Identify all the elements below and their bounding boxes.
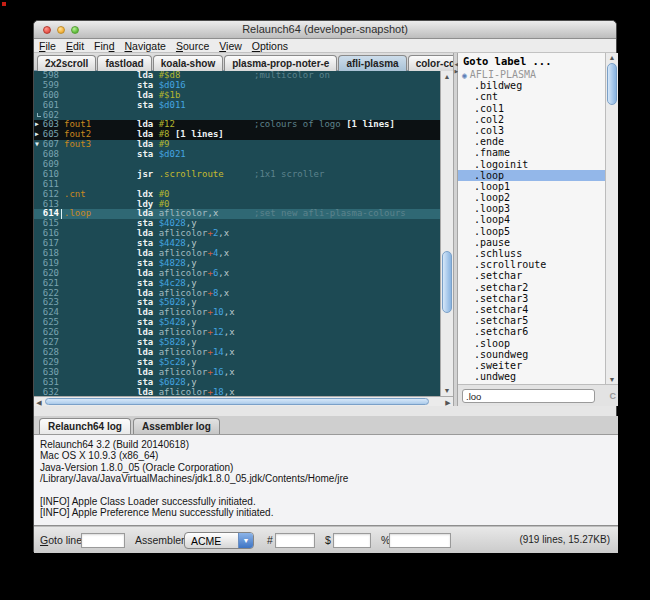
label-item[interactable]: .undweg: [458, 371, 605, 382]
label-item[interactable]: .setchar6: [458, 326, 605, 337]
decimal-input[interactable]: [275, 533, 315, 548]
code-line[interactable]: 609: [34, 160, 440, 170]
scroll-left-icon[interactable]: ◀: [34, 398, 44, 407]
log-output[interactable]: Relaunch64 3.2 (Build 20140618)Mac OS X …: [34, 434, 618, 525]
label-item[interactable]: .col2: [458, 114, 605, 125]
log-tab-relaunch64-log[interactable]: Relaunch64 log: [39, 418, 131, 434]
code-line[interactable]: 611: [34, 180, 440, 190]
code-line[interactable]: ▶603fout1lda #12;colours of logo [1 line…: [34, 120, 440, 130]
menu-navigate[interactable]: Navigate: [119, 39, 170, 53]
label-item[interactable]: .loop5: [458, 226, 605, 237]
menu-options[interactable]: Options: [247, 39, 293, 53]
code-line[interactable]: 622lda aflicolor+8,x: [34, 289, 440, 299]
tab-koala-show[interactable]: koala-show: [153, 55, 223, 71]
code-line[interactable]: 616lda aflicolor+2,x: [34, 229, 440, 239]
clear-filter-button[interactable]: C: [610, 391, 617, 401]
code-line[interactable]: 625sta $5428,y: [34, 318, 440, 328]
menu-source[interactable]: Source: [171, 39, 214, 53]
label-item[interactable]: .setchar3: [458, 293, 605, 304]
label-item[interactable]: .schluss: [458, 248, 605, 259]
label-item[interactable]: .ende: [458, 136, 605, 147]
label-item[interactable]: .col1: [458, 103, 605, 114]
editor-horizontal-scrollbar[interactable]: ◀ ▶: [34, 396, 453, 406]
label-item[interactable]: .loop3: [458, 203, 605, 214]
fold-expanded-icon[interactable]: ▼: [35, 140, 39, 150]
tab-2x2scroll[interactable]: 2x2scroll: [37, 55, 96, 71]
code-line[interactable]: 601sta $d011: [34, 101, 440, 111]
code-line[interactable]: ▼607fout3lda #9: [34, 140, 440, 150]
tab-fastload[interactable]: fastload: [97, 55, 151, 71]
label-item[interactable]: .fname: [458, 147, 605, 158]
code-line[interactable]: 628lda aflicolor+14,x: [34, 348, 440, 358]
goto-line-input[interactable]: [81, 533, 125, 548]
label-item[interactable]: .sweiter: [458, 360, 605, 371]
label-item[interactable]: .setchar: [458, 270, 605, 281]
label-item[interactable]: .logoinit: [458, 159, 605, 170]
code-line[interactable]: 614.looplda aflicolor,x;set new afli-pla…: [34, 209, 440, 219]
editor-hscroll-thumb[interactable]: [45, 398, 429, 405]
label-item[interactable]: .cnt: [458, 91, 605, 102]
label-item[interactable]: .bildweg: [458, 80, 605, 91]
scroll-up-icon[interactable]: ▲: [441, 72, 453, 81]
menu-find[interactable]: Find: [89, 39, 119, 53]
fold-collapsed-icon[interactable]: ▶: [35, 130, 39, 140]
label-item[interactable]: .setchar2: [458, 282, 605, 293]
label-item[interactable]: .setchar4: [458, 304, 605, 315]
assembler-select[interactable]: ACME ▼: [184, 532, 254, 549]
label-item[interactable]: .scrollroute: [458, 259, 605, 270]
tab-afli-plasma[interactable]: afli-plasma: [338, 55, 406, 71]
menu-file[interactable]: File: [34, 39, 61, 53]
code-line[interactable]: 621sta $4c28,y: [34, 279, 440, 289]
label-item[interactable]: .loop: [458, 170, 605, 181]
label-item[interactable]: .pause: [458, 237, 605, 248]
code-line[interactable]: 619sta $4828,y: [34, 259, 440, 269]
editor-vertical-scrollbar[interactable]: ▲ ▼: [440, 71, 453, 396]
code-line[interactable]: 612.cntldx #0: [34, 190, 440, 200]
label-item[interactable]: .sloop: [458, 338, 605, 349]
label-tree-root[interactable]: ◉AFLI-PLASMA: [458, 69, 605, 80]
binary-input[interactable]: [389, 533, 451, 548]
code-editor[interactable]: 598lda #$d8;multicolor on599sta $d016600…: [34, 71, 440, 396]
scroll-up-icon[interactable]: ▲: [606, 53, 618, 62]
scroll-right-icon[interactable]: ▶: [443, 398, 453, 407]
code-line[interactable]: ▶605fout2lda #8 [1 lines]: [34, 130, 440, 140]
fold-collapsed-icon[interactable]: ▶: [35, 120, 39, 130]
label-item[interactable]: .loop4: [458, 214, 605, 225]
code-line[interactable]: 615sta $4028,y: [34, 219, 440, 229]
editor-vscroll-thumb[interactable]: [442, 251, 452, 313]
code-line[interactable]: 618lda aflicolor+4,x: [34, 249, 440, 259]
code-line[interactable]: 617sta $4428,y: [34, 239, 440, 249]
scroll-down-icon[interactable]: ▼: [606, 375, 618, 384]
code-line[interactable]: 600lda #$1b: [34, 91, 440, 101]
code-line[interactable]: 624lda aflicolor+10,x: [34, 308, 440, 318]
code-line[interactable]: 620lda aflicolor+6,x: [34, 269, 440, 279]
title-bar[interactable]: Relaunch64 (developer-snapshot): [34, 21, 616, 39]
scroll-down-icon[interactable]: ▼: [441, 386, 453, 395]
menu-edit[interactable]: Edit: [61, 39, 89, 53]
code-line[interactable]: 632lda aflicolor+18,x: [34, 388, 440, 397]
code-line[interactable]: 629sta $5c28,y: [34, 358, 440, 368]
label-list-scroll-thumb[interactable]: [607, 63, 617, 105]
label-item[interactable]: .loop2: [458, 192, 605, 203]
code-line[interactable]: 631sta $6028,y: [34, 378, 440, 388]
chevron-down-icon[interactable]: ▼: [238, 533, 253, 548]
label-list-scrollbar[interactable]: ▲ ▼: [605, 53, 618, 384]
label-item[interactable]: .col3: [458, 125, 605, 136]
label-item[interactable]: .soundweg: [458, 349, 605, 360]
code-line[interactable]: 626lda aflicolor+12,x: [34, 328, 440, 338]
label-filter-input[interactable]: [462, 389, 595, 403]
code-line[interactable]: 599sta $d016: [34, 81, 440, 91]
label-item[interactable]: .loop1: [458, 181, 605, 192]
code-line[interactable]: 608sta $d021: [34, 150, 440, 160]
code-line[interactable]: 630lda aflicolor+16,x: [34, 368, 440, 378]
tab-plasma-prop-noter-e[interactable]: plasma-prop-noter-e: [224, 55, 337, 71]
label-item[interactable]: .setchar5: [458, 315, 605, 326]
code-line[interactable]: 623sta $5028,y: [34, 298, 440, 308]
code-line[interactable]: 627sta $5828,y: [34, 338, 440, 348]
log-tab-assembler-log[interactable]: Assembler log: [133, 418, 220, 434]
code-line[interactable]: 610jsr .scrollroute;1x1 scroller: [34, 170, 440, 180]
code-line[interactable]: 598lda #$d8;multicolor on: [34, 71, 440, 81]
menu-view[interactable]: View: [214, 39, 247, 53]
hex-input[interactable]: [333, 533, 371, 548]
label-list[interactable]: ◉AFLI-PLASMA.bildweg.cnt.col1.col2.col3.…: [458, 69, 605, 384]
